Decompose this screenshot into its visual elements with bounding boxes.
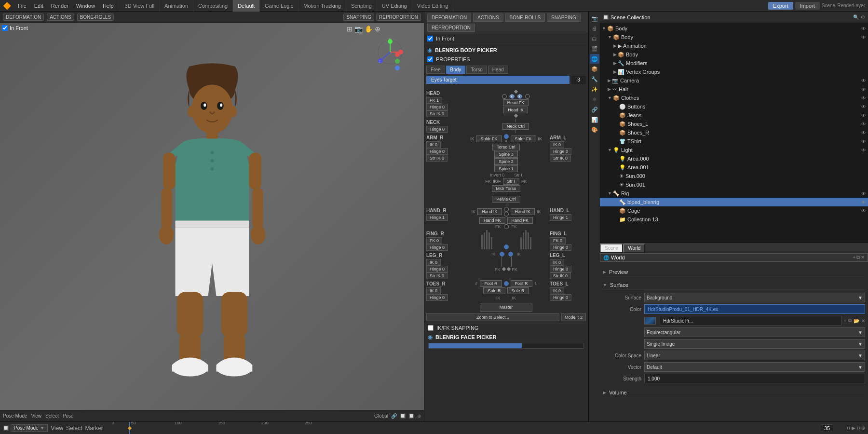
hand-fk-r-node[interactable]: Hand FK bbox=[479, 217, 505, 224]
torso-ctrl-node[interactable]: Torso Ctrl bbox=[492, 144, 520, 150]
shoesl-eye[interactable]: 👁 bbox=[861, 122, 866, 127]
ws-gamelogic[interactable]: Game Logic bbox=[260, 0, 298, 12]
import-button[interactable]: Import bbox=[795, 2, 820, 10]
tl-icon1[interactable]: ⟨⟨ bbox=[847, 425, 851, 431]
head-fk-node[interactable]: Head FK bbox=[503, 99, 529, 106]
shldr-r-node[interactable]: Shldr FK bbox=[476, 136, 502, 142]
properties-checkbox[interactable] bbox=[427, 56, 433, 62]
scene-tab[interactable]: Scene bbox=[600, 244, 623, 253]
viewport-bone-rolls-btn[interactable]: BONE-ROLLS bbox=[77, 14, 114, 21]
world-props-icon[interactable]: 🌐 bbox=[590, 54, 599, 64]
ws-uvediting[interactable]: UV Editing bbox=[377, 0, 412, 12]
ws-animation[interactable]: Animation bbox=[160, 0, 193, 12]
menu-help[interactable]: Help bbox=[99, 0, 118, 11]
hand-c2[interactable] bbox=[504, 212, 509, 217]
hand-ik-l-node[interactable]: Hand IK bbox=[511, 208, 535, 215]
head-circle2[interactable] bbox=[525, 94, 530, 99]
viewport-gizmo[interactable]: X Y Z bbox=[376, 38, 405, 68]
outliner-animation[interactable]: ▶ ▶ Animation bbox=[600, 41, 868, 50]
outliner-filter2-icon[interactable]: ⚙ bbox=[861, 14, 865, 20]
outliner-shoes-r[interactable]: 📦 Shoes_R 👁 bbox=[600, 128, 868, 137]
world-new-icon[interactable]: + bbox=[853, 255, 855, 260]
viewport-reproportion-btn[interactable]: REPROPORTION bbox=[376, 14, 421, 21]
shldr-circle[interactable] bbox=[504, 134, 509, 139]
ik0-armr-btn[interactable]: IK 0 bbox=[426, 141, 441, 148]
snapping-btn[interactable]: SNAPPING bbox=[547, 14, 581, 22]
in-front-check[interactable] bbox=[427, 36, 433, 41]
world-tab[interactable]: World bbox=[623, 244, 645, 253]
hand-icon[interactable]: ✋ bbox=[365, 25, 373, 33]
bone-rolls-btn[interactable]: BONE-ROLLS bbox=[505, 14, 545, 22]
spine1-node[interactable]: Spine 1 bbox=[494, 165, 518, 172]
viewport-pose[interactable]: Pose bbox=[63, 413, 74, 419]
node-browse-icon[interactable]: 📂 bbox=[854, 318, 859, 324]
head-eye2[interactable]: 👁 bbox=[517, 94, 522, 99]
viewport-snapping-btn[interactable]: SNAPPING bbox=[343, 14, 374, 21]
biped-eye[interactable]: 👁 bbox=[861, 200, 866, 205]
output-props-icon[interactable]: 🖨 bbox=[590, 24, 599, 33]
hand-ik-r-node[interactable]: Hand IK bbox=[477, 208, 502, 215]
outliner-filter-icon[interactable]: 🔍 bbox=[853, 14, 859, 20]
light-eye[interactable]: 👁 bbox=[861, 148, 866, 153]
shoesr-eye[interactable]: 👁 bbox=[861, 130, 866, 136]
data-props-icon[interactable]: 📊 bbox=[590, 115, 599, 124]
leg-circle-l[interactable] bbox=[500, 252, 504, 257]
outliner-collection13[interactable]: 📁 Collection 13 bbox=[600, 215, 868, 224]
node-name-value[interactable]: HdrStudioPr... bbox=[660, 316, 841, 326]
body-child-eye[interactable]: 👁 bbox=[861, 35, 866, 40]
head-circle1[interactable] bbox=[502, 94, 507, 99]
model-btn[interactable]: Model : 2 bbox=[561, 313, 586, 321]
node-new-icon[interactable]: + bbox=[843, 318, 846, 324]
spine2-node[interactable]: Spine 2 bbox=[494, 158, 518, 165]
hinge1-handr-btn[interactable]: Hinge 1 bbox=[426, 214, 448, 221]
node-copy-icon[interactable]: ⧉ bbox=[848, 318, 852, 324]
foot-r2-node[interactable]: Foot R bbox=[511, 280, 532, 287]
outliner-shoes-l[interactable]: 📦 Shoes_L 👁 bbox=[600, 120, 868, 128]
zoom-select-btn[interactable]: Zoom to Select... bbox=[426, 313, 559, 321]
physics-props-icon[interactable]: ⚛ bbox=[590, 95, 599, 104]
viewport-global[interactable]: Global bbox=[374, 413, 388, 419]
body-root-eye[interactable]: 👁 bbox=[861, 26, 866, 31]
outliner-rig[interactable]: ▼ 🦴 Rig 👁 bbox=[600, 189, 868, 198]
eyes-target-btn[interactable]: Eyes Target: bbox=[426, 76, 570, 84]
strik0-head-btn[interactable]: Str IK 0 bbox=[426, 110, 448, 117]
ik0-toesl-btn[interactable]: IK 0 bbox=[550, 287, 564, 294]
crosshair-icon[interactable]: ⊕ bbox=[375, 25, 380, 33]
ws-scripting[interactable]: Scripting bbox=[346, 0, 377, 12]
color-value[interactable]: HdrStudioProdu_01_HDR_4K.ex bbox=[644, 304, 865, 314]
head-eye1[interactable]: 👁 bbox=[510, 94, 515, 99]
outliner-area001[interactable]: 💡 Area.001 bbox=[600, 163, 868, 172]
outliner-buttons[interactable]: ⚪ Buttons 👁 bbox=[600, 102, 868, 111]
fk0-fingl-btn[interactable]: FK 0 bbox=[550, 237, 566, 244]
outliner-sun001[interactable]: ☀ Sun.001 bbox=[600, 180, 868, 189]
hinge0-toesl-btn[interactable]: Hinge 0 bbox=[550, 294, 571, 301]
volume-title[interactable]: ▶ Volume bbox=[603, 388, 865, 397]
strength-value[interactable]: 1.000 bbox=[644, 374, 865, 383]
hinge0-toesr-btn[interactable]: Hinge 0 bbox=[426, 294, 448, 301]
timeline-select-btn[interactable]: Select bbox=[65, 425, 83, 432]
ik0-legr-btn[interactable]: IK 0 bbox=[426, 259, 441, 266]
str-i-node[interactable]: Str I bbox=[503, 178, 520, 185]
timeline-marker-btn[interactable]: Marker bbox=[84, 425, 104, 432]
menu-edit[interactable]: Edit bbox=[30, 0, 47, 11]
strik0-legl-btn[interactable]: Str IK 0 bbox=[550, 272, 571, 279]
strik0-armr-btn[interactable]: Str IK 0 bbox=[426, 155, 448, 162]
menu-window[interactable]: Window bbox=[72, 0, 99, 11]
hinge0-fingr-btn[interactable]: Hinge 0 bbox=[426, 244, 448, 251]
grid-icon[interactable]: ⊞ bbox=[347, 25, 353, 33]
timeline-view-btn[interactable]: View bbox=[50, 425, 64, 432]
outliner-light[interactable]: ▼ 💡 Light 👁 bbox=[600, 146, 868, 154]
outliner-body-child[interactable]: ▼ 📦 Body 👁 bbox=[600, 33, 868, 41]
outliner-biped-blenrig[interactable]: 🦴 biped_blenrig 👁 bbox=[600, 198, 868, 206]
viewport-deformation-btn[interactable]: DEFORMATION bbox=[3, 14, 44, 21]
spine3-node[interactable]: Spine 3 bbox=[494, 151, 518, 158]
master-btn[interactable]: Master bbox=[480, 303, 533, 312]
world-close-icon[interactable]: ✕ bbox=[861, 255, 865, 260]
obj-props-icon[interactable]: 📦 bbox=[590, 64, 599, 74]
material-props-icon[interactable]: 🎨 bbox=[590, 125, 599, 135]
viewport-actions-btn[interactable]: ACTIONS bbox=[47, 14, 74, 21]
modifier-props-icon[interactable]: 🔧 bbox=[590, 74, 599, 84]
fk0-fingr-btn[interactable]: FK 0 bbox=[426, 237, 442, 244]
hand-c1[interactable] bbox=[504, 207, 509, 212]
surface-title[interactable]: ▼ Surface bbox=[603, 281, 865, 290]
